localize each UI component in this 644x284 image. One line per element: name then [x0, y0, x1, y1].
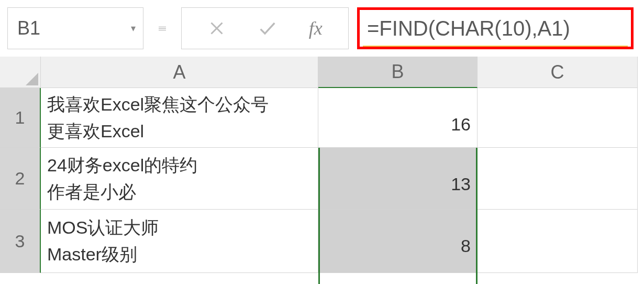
cell-A3[interactable]: MOS认证大师 Master级别: [41, 210, 318, 273]
formula-text: =FIND(CHAR(10),A1): [367, 17, 570, 40]
cell-B1[interactable]: 16: [318, 88, 478, 148]
select-all-corner[interactable]: [0, 57, 41, 88]
cell-C3[interactable]: [478, 210, 638, 273]
column-header-C[interactable]: C: [478, 57, 638, 88]
confirm-icon[interactable]: [257, 18, 278, 39]
name-box-value: B1: [17, 17, 40, 39]
cell-C1[interactable]: [478, 88, 638, 148]
row-header-1[interactable]: 1: [0, 88, 41, 148]
row-header-3[interactable]: 3: [0, 210, 41, 273]
formula-bar: B1 ▾ fx =FIND(CHAR(10),A1): [0, 0, 644, 57]
formula-action-group: fx: [181, 7, 349, 49]
column-header-A[interactable]: A: [41, 57, 318, 88]
row-header-2[interactable]: 2: [0, 148, 41, 210]
selection-border: [318, 144, 478, 284]
formula-underline: [363, 46, 628, 47]
name-box-dropdown-icon[interactable]: ▾: [131, 23, 136, 34]
fx-icon[interactable]: fx: [309, 17, 323, 39]
name-box[interactable]: B1 ▾: [7, 7, 143, 49]
expand-formula-bar-icon[interactable]: [152, 7, 173, 49]
cell-C2[interactable]: [478, 148, 638, 210]
cell-A2[interactable]: 24财务excel的特约 作者是小必: [41, 148, 318, 210]
cancel-icon[interactable]: [207, 19, 226, 38]
column-header-B[interactable]: B: [318, 57, 478, 88]
spreadsheet-grid: A B C 1 我喜欢Excel聚焦这个公众号 更喜欢Excel 16 2 24…: [0, 57, 644, 273]
formula-input[interactable]: =FIND(CHAR(10),A1): [357, 7, 634, 49]
cell-A1[interactable]: 我喜欢Excel聚焦这个公众号 更喜欢Excel: [41, 88, 318, 148]
